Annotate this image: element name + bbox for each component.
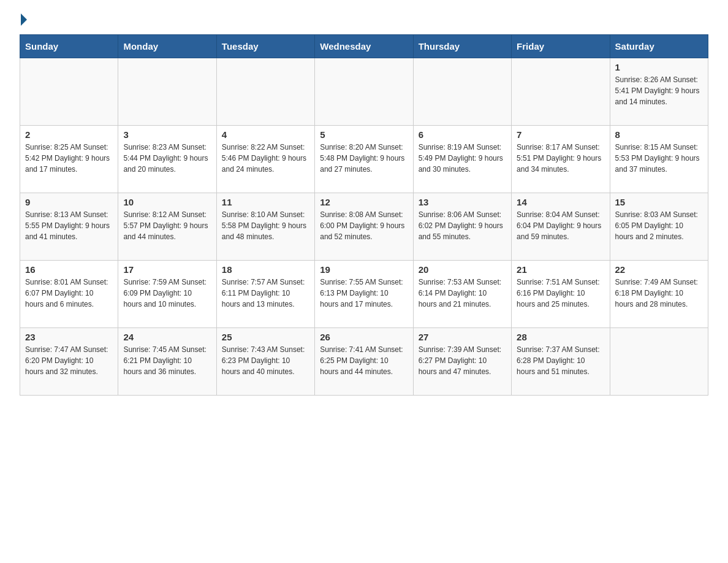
calendar-cell [610, 328, 708, 396]
day-number: 22 [615, 264, 703, 275]
calendar-cell: 25Sunrise: 7:43 AM Sunset: 6:23 PM Dayli… [216, 328, 314, 396]
day-info: Sunrise: 8:13 AM Sunset: 5:55 PM Dayligh… [25, 209, 113, 242]
day-info: Sunrise: 8:08 AM Sunset: 6:00 PM Dayligh… [320, 209, 408, 242]
calendar-cell: 17Sunrise: 7:59 AM Sunset: 6:09 PM Dayli… [118, 261, 216, 328]
day-number: 3 [123, 129, 211, 140]
day-info: Sunrise: 7:39 AM Sunset: 6:27 PM Dayligh… [419, 344, 506, 377]
day-number: 21 [517, 264, 604, 275]
day-info: Sunrise: 8:01 AM Sunset: 6:07 PM Dayligh… [25, 277, 113, 310]
calendar-cell: 6Sunrise: 8:19 AM Sunset: 5:49 PM Daylig… [413, 126, 511, 193]
day-info: Sunrise: 7:45 AM Sunset: 6:21 PM Dayligh… [123, 344, 211, 377]
day-info: Sunrise: 8:23 AM Sunset: 5:44 PM Dayligh… [123, 142, 211, 175]
day-number: 1 [615, 62, 703, 72]
calendar-cell: 2Sunrise: 8:25 AM Sunset: 5:42 PM Daylig… [20, 126, 118, 193]
calendar-cell [216, 58, 314, 126]
calendar-cell: 13Sunrise: 8:06 AM Sunset: 6:02 PM Dayli… [413, 193, 511, 261]
day-info: Sunrise: 7:55 AM Sunset: 6:13 PM Dayligh… [320, 277, 408, 310]
day-header-friday: Friday [512, 35, 610, 58]
week-row-2: 2Sunrise: 8:25 AM Sunset: 5:42 PM Daylig… [20, 126, 708, 193]
day-header-sunday: Sunday [20, 35, 118, 58]
day-number: 9 [25, 197, 113, 207]
calendar-cell [20, 58, 118, 126]
calendar-cell: 3Sunrise: 8:23 AM Sunset: 5:44 PM Daylig… [118, 126, 216, 193]
day-number: 8 [615, 129, 703, 140]
calendar-cell: 22Sunrise: 7:49 AM Sunset: 6:18 PM Dayli… [610, 261, 708, 328]
day-info: Sunrise: 8:03 AM Sunset: 6:05 PM Dayligh… [615, 209, 703, 242]
calendar-cell: 28Sunrise: 7:37 AM Sunset: 6:28 PM Dayli… [512, 328, 610, 396]
week-row-3: 9Sunrise: 8:13 AM Sunset: 5:55 PM Daylig… [20, 193, 708, 261]
day-info: Sunrise: 8:10 AM Sunset: 5:58 PM Dayligh… [222, 209, 309, 242]
calendar-cell [413, 58, 511, 126]
day-info: Sunrise: 7:51 AM Sunset: 6:16 PM Dayligh… [517, 277, 604, 310]
day-info: Sunrise: 8:25 AM Sunset: 5:42 PM Dayligh… [25, 142, 113, 175]
day-number: 26 [320, 332, 408, 342]
day-header-thursday: Thursday [413, 35, 511, 58]
day-number: 2 [25, 129, 113, 140]
day-header-tuesday: Tuesday [216, 35, 314, 58]
calendar-cell: 20Sunrise: 7:53 AM Sunset: 6:14 PM Dayli… [413, 261, 511, 328]
calendar-cell: 27Sunrise: 7:39 AM Sunset: 6:27 PM Dayli… [413, 328, 511, 396]
calendar-cell: 7Sunrise: 8:17 AM Sunset: 5:51 PM Daylig… [512, 126, 610, 193]
day-info: Sunrise: 8:26 AM Sunset: 5:41 PM Dayligh… [615, 74, 703, 107]
calendar-cell: 21Sunrise: 7:51 AM Sunset: 6:16 PM Dayli… [512, 261, 610, 328]
day-info: Sunrise: 7:57 AM Sunset: 6:11 PM Dayligh… [222, 277, 309, 310]
calendar-cell: 15Sunrise: 8:03 AM Sunset: 6:05 PM Dayli… [610, 193, 708, 261]
day-info: Sunrise: 7:41 AM Sunset: 6:25 PM Dayligh… [320, 344, 408, 377]
calendar-cell: 18Sunrise: 7:57 AM Sunset: 6:11 PM Dayli… [216, 261, 314, 328]
day-number: 5 [320, 129, 408, 140]
day-number: 15 [615, 197, 703, 207]
day-info: Sunrise: 7:47 AM Sunset: 6:20 PM Dayligh… [25, 344, 113, 377]
day-number: 19 [320, 264, 408, 275]
day-info: Sunrise: 8:20 AM Sunset: 5:48 PM Dayligh… [320, 142, 408, 175]
calendar-cell [118, 58, 216, 126]
calendar-cell: 23Sunrise: 7:47 AM Sunset: 6:20 PM Dayli… [20, 328, 118, 396]
day-info: Sunrise: 7:53 AM Sunset: 6:14 PM Dayligh… [419, 277, 506, 310]
week-row-1: 1Sunrise: 8:26 AM Sunset: 5:41 PM Daylig… [20, 58, 708, 126]
calendar-cell: 5Sunrise: 8:20 AM Sunset: 5:48 PM Daylig… [315, 126, 413, 193]
day-number: 13 [419, 197, 506, 207]
day-header-saturday: Saturday [610, 35, 708, 58]
day-number: 18 [222, 264, 309, 275]
logo-arrow-icon [21, 13, 27, 26]
day-number: 11 [222, 197, 309, 207]
calendar-cell: 10Sunrise: 8:12 AM Sunset: 5:57 PM Dayli… [118, 193, 216, 261]
day-header-wednesday: Wednesday [315, 35, 413, 58]
logo [20, 15, 27, 25]
day-number: 17 [123, 264, 211, 275]
page-header [20, 15, 708, 25]
calendar-cell: 9Sunrise: 8:13 AM Sunset: 5:55 PM Daylig… [20, 193, 118, 261]
day-info: Sunrise: 8:06 AM Sunset: 6:02 PM Dayligh… [419, 209, 506, 242]
calendar-cell: 24Sunrise: 7:45 AM Sunset: 6:21 PM Dayli… [118, 328, 216, 396]
day-number: 12 [320, 197, 408, 207]
calendar-cell [512, 58, 610, 126]
calendar-cell: 19Sunrise: 7:55 AM Sunset: 6:13 PM Dayli… [315, 261, 413, 328]
day-number: 24 [123, 332, 211, 342]
day-number: 25 [222, 332, 309, 342]
day-info: Sunrise: 8:04 AM Sunset: 6:04 PM Dayligh… [517, 209, 604, 242]
day-info: Sunrise: 8:19 AM Sunset: 5:49 PM Dayligh… [419, 142, 506, 175]
day-info: Sunrise: 7:37 AM Sunset: 6:28 PM Dayligh… [517, 344, 604, 377]
week-row-4: 16Sunrise: 8:01 AM Sunset: 6:07 PM Dayli… [20, 261, 708, 328]
day-info: Sunrise: 8:22 AM Sunset: 5:46 PM Dayligh… [222, 142, 309, 175]
calendar-cell: 4Sunrise: 8:22 AM Sunset: 5:46 PM Daylig… [216, 126, 314, 193]
calendar-cell: 1Sunrise: 8:26 AM Sunset: 5:41 PM Daylig… [610, 58, 708, 126]
calendar-cell: 14Sunrise: 8:04 AM Sunset: 6:04 PM Dayli… [512, 193, 610, 261]
calendar-cell: 16Sunrise: 8:01 AM Sunset: 6:07 PM Dayli… [20, 261, 118, 328]
day-number: 27 [419, 332, 506, 342]
day-info: Sunrise: 7:59 AM Sunset: 6:09 PM Dayligh… [123, 277, 211, 310]
day-number: 7 [517, 129, 604, 140]
day-info: Sunrise: 8:17 AM Sunset: 5:51 PM Dayligh… [517, 142, 604, 175]
calendar-cell: 11Sunrise: 8:10 AM Sunset: 5:58 PM Dayli… [216, 193, 314, 261]
day-number: 16 [25, 264, 113, 275]
day-number: 14 [517, 197, 604, 207]
day-info: Sunrise: 7:43 AM Sunset: 6:23 PM Dayligh… [222, 344, 309, 377]
day-number: 23 [25, 332, 113, 342]
calendar-cell: 8Sunrise: 8:15 AM Sunset: 5:53 PM Daylig… [610, 126, 708, 193]
day-number: 28 [517, 332, 604, 342]
day-number: 4 [222, 129, 309, 140]
calendar-cell: 26Sunrise: 7:41 AM Sunset: 6:25 PM Dayli… [315, 328, 413, 396]
day-header-monday: Monday [118, 35, 216, 58]
day-number: 10 [123, 197, 211, 207]
calendar-cell [315, 58, 413, 126]
day-number: 6 [419, 129, 506, 140]
